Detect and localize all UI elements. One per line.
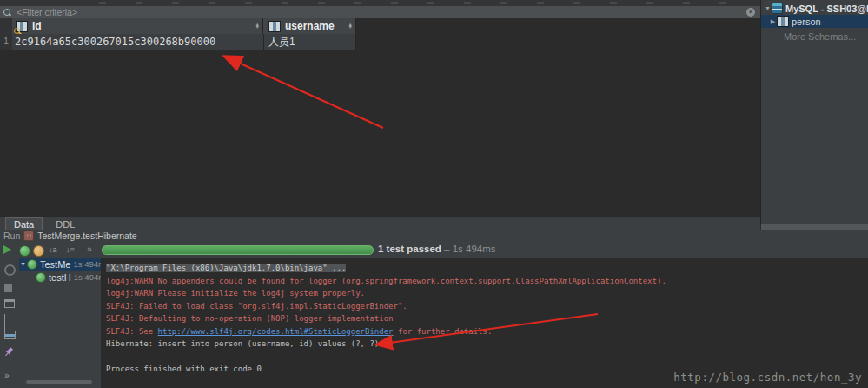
test-passed-icon [27, 259, 37, 270]
more-schemas-link[interactable]: More Schemas... [784, 31, 868, 42]
table-label: person [792, 17, 821, 27]
column-icon [268, 21, 281, 32]
test-suite-time: 1s 494ms [73, 259, 101, 269]
pin-icon[interactable] [3, 346, 15, 358]
more-icons-chevron[interactable]: » [4, 371, 10, 380]
arrow-to-id-cell [225, 57, 383, 128]
row-number-header [0, 18, 12, 34]
tests-passed-label: 1 test passed [378, 244, 441, 254]
tests-duration-label: – 1s 494ms [441, 244, 496, 254]
stop-icon[interactable] [4, 284, 12, 292]
console-error-line: log4j:WARN Please initialize the log4j s… [106, 287, 868, 300]
column-header-id[interactable]: id ▲▼ [12, 18, 263, 34]
test-case-row[interactable]: testH 1s 494ms [19, 271, 101, 284]
run-window-left-toolbar: » [0, 258, 20, 388]
console-sql-line: Hibernate: insert into person (username,… [106, 338, 868, 351]
test-status-text: 1 test passed – 1s 494ms [378, 244, 496, 254]
console-error-line-with-link: SLF4J: See http://www.slf4j.org/codes.ht… [106, 325, 868, 338]
top-edge-strip [0, 0, 760, 6]
exit-icon[interactable] [4, 314, 5, 331]
run-window-title: Run [3, 231, 20, 241]
console-icon[interactable] [4, 331, 16, 339]
cell-id[interactable]: 2c9164a65c300267015c300268b90000 [12, 34, 264, 50]
chevron-right-icon[interactable]: ▶ [769, 18, 777, 25]
tab-data[interactable]: Data [5, 217, 43, 231]
show-ignored-icon[interactable] [33, 245, 44, 257]
database-tool-window: ▼ MySQL - SSH03@localh ▶ person More Sch… [760, 0, 868, 224]
run-configuration-icon: ↓↑ [23, 231, 34, 241]
test-case-time: 1s 494ms [74, 272, 101, 282]
run-console[interactable]: "X:\Program Files (x86)\Java\jdk1.7.0\bi… [101, 258, 868, 388]
ide-window: <Filter criteria> × id ▲▼ username ▲▼ 1 … [0, 0, 868, 388]
console-blank-line [106, 351, 868, 364]
test-case-name: testH [49, 272, 71, 283]
tab-tops-decoration [70, 2, 730, 4]
column-header-username[interactable]: username ▲▼ [263, 18, 356, 34]
tab-ddl[interactable]: DDL [48, 218, 83, 231]
search-icon [3, 9, 11, 17]
run-configuration-name[interactable]: TestMerge.testHibernate [37, 231, 136, 241]
sort-toggle-icon[interactable]: ▲▼ [348, 23, 353, 30]
test-suite-row[interactable]: ▼ TestMe 1s 494ms [19, 258, 101, 271]
datasource-node[interactable]: ▼ MySQL - SSH03@localh [761, 2, 868, 15]
test-passed-icon [36, 272, 46, 283]
datasource-icon [772, 3, 783, 14]
sort-by-duration-icon[interactable]: ↓≡ [66, 244, 75, 255]
editor-tab-bar: Data DDL [0, 216, 760, 231]
console-error-line: SLF4J: Failed to load class "org.slf4j.i… [106, 300, 868, 313]
sort-alphabetically-icon[interactable]: ↓a [49, 244, 57, 255]
watermark-url: http://blog.csdn.net/hon_3y [673, 371, 862, 384]
console-error-line: log4j:WARN No appenders could be found f… [106, 275, 868, 288]
close-icon[interactable]: × [746, 8, 755, 17]
run-tool-window-header: Run ↓↑ TestMerge.testHibernate [0, 230, 868, 242]
cell-username[interactable]: 人员1 [264, 34, 356, 50]
column-header-label: username [285, 20, 335, 32]
rerun-icon[interactable] [4, 264, 16, 276]
filter-criteria-bar[interactable]: <Filter criteria> × [0, 6, 760, 18]
rerun-tests-icon[interactable] [3, 245, 11, 254]
more-actions-icon[interactable]: » [87, 244, 92, 255]
console-error-line: SLF4J: Defaulting to no-operation (NOP) … [106, 312, 868, 325]
test-runner-toolbar: ↓a ↓≡ » 1 test passed – 1s 494ms [0, 242, 868, 258]
chevron-down-icon[interactable]: ▼ [19, 261, 27, 267]
test-results-tree: ▼ TestMe 1s 494ms testH 1s 494ms [19, 258, 101, 388]
row-number: 1 [0, 34, 12, 50]
column-header-label: id [32, 20, 42, 32]
show-passed-icon[interactable] [19, 245, 30, 257]
test-progress-bar [102, 245, 374, 255]
slf4j-docs-link[interactable]: http://www.slf4j.org/codes.html#StaticLo… [158, 327, 394, 336]
table-node-person[interactable]: ▶ person [761, 15, 868, 28]
chevron-down-icon[interactable]: ▼ [764, 5, 772, 11]
restore-layout-icon[interactable] [4, 299, 15, 308]
console-command-line: "X:\Program Files (x86)\Java\jdk1.7.0\bi… [106, 262, 868, 275]
datasource-label: MySQL - SSH03@localh [785, 3, 868, 14]
table-icon [777, 16, 789, 27]
filter-criteria-placeholder[interactable]: <Filter criteria> [17, 7, 77, 17]
tree-horizontal-scrollbar[interactable] [26, 380, 92, 384]
sort-toggle-icon[interactable]: ▲▼ [255, 23, 260, 30]
primary-key-column-icon [16, 21, 28, 32]
test-suite-name: TestMe [40, 259, 70, 270]
